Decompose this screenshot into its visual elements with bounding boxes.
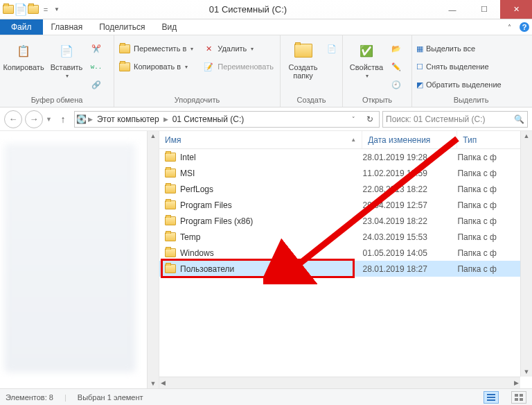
clipboard-label: Буфер обмена xyxy=(0,94,114,107)
scroll-down-icon[interactable]: ▼ xyxy=(524,368,530,375)
file-name: Пользователи xyxy=(180,264,234,274)
organize-group: Переместить в▾ Копировать в▾ ✕Удалить▾ 📝… xyxy=(114,35,281,107)
open-label: Открыть xyxy=(343,94,411,107)
qat-dropdown-icon[interactable]: ▼ xyxy=(54,6,60,12)
folder-icon xyxy=(165,200,176,209)
delete-button[interactable]: ✕Удалить▾ xyxy=(202,41,276,56)
main-tab[interactable]: Главная xyxy=(43,19,91,35)
copy-path-button[interactable]: w.. xyxy=(90,59,103,74)
address-bar[interactable]: 💽 ▶ Этот компьютер ▶ 01 Системный (C:) ˅… xyxy=(74,111,380,128)
file-row[interactable]: MSI11.02.2019 18:59Папка с ф xyxy=(159,165,532,181)
file-row[interactable]: PerfLogs22.08.2013 18:22Папка с ф xyxy=(159,181,532,197)
column-date[interactable]: Дата изменения xyxy=(362,131,457,148)
minimize-button[interactable]: — xyxy=(436,0,468,19)
share-tab[interactable]: Поделиться xyxy=(91,19,153,35)
list-scrollbar-v[interactable]: ▲▼ xyxy=(520,131,532,377)
collapse-ribbon-icon[interactable]: ˄ xyxy=(502,19,517,35)
file-row[interactable]: Пользователи28.01.2019 18:27Папка с ф xyxy=(159,261,532,277)
scroll-left-icon[interactable]: ◀ xyxy=(161,379,166,386)
status-selected: Выбран 1 элемент xyxy=(78,393,143,402)
chevron-right-icon[interactable]: ▶ xyxy=(88,116,93,123)
search-input[interactable]: Поиск: 01 Системный (C:) 🔍 xyxy=(382,111,528,128)
file-date: 24.03.2019 15:53 xyxy=(363,232,458,242)
chevron-right-icon[interactable]: ▶ xyxy=(163,116,168,123)
equals-icon[interactable]: = xyxy=(40,4,51,15)
new-folder-button[interactable]: Создать папку xyxy=(285,38,321,80)
props-icon[interactable] xyxy=(28,4,39,15)
scroll-right-icon[interactable]: ▶ xyxy=(514,379,519,386)
view-tab[interactable]: Вид xyxy=(153,19,185,35)
scroll-up-icon[interactable]: ▲ xyxy=(150,132,157,139)
copy-to-button[interactable]: Копировать в▾ xyxy=(118,59,198,74)
rename-button[interactable]: 📝Переименовать xyxy=(202,59,276,74)
new-item-icon[interactable]: 📄 xyxy=(326,41,338,56)
create-group: Создать папку 📄 Создать xyxy=(281,35,343,107)
template-icon[interactable]: 📄 xyxy=(15,4,26,15)
tree-scrollbar[interactable]: ▲▼ xyxy=(147,131,159,388)
file-date: 11.02.2019 18:59 xyxy=(363,169,458,178)
file-name: Program Files (x86) xyxy=(180,216,253,226)
deselect-button[interactable]: ☐Снять выделение xyxy=(416,59,502,74)
file-row[interactable]: Program Files29.04.2019 12:57Папка с ф xyxy=(159,197,532,213)
move-to-button[interactable]: Переместить в▾ xyxy=(118,41,198,56)
select-all-button[interactable]: ▦Выделить все xyxy=(416,41,502,56)
file-name: Temp xyxy=(180,232,200,242)
breadcrumb-drive[interactable]: 01 Системный (C:) xyxy=(170,114,247,124)
folder-icon xyxy=(3,4,14,15)
invert-selection-button[interactable]: ◩Обратить выделение xyxy=(416,77,502,92)
folder-icon xyxy=(165,248,176,257)
address-dropdown-icon[interactable]: ˅ xyxy=(346,116,361,123)
scroll-down-icon[interactable]: ▼ xyxy=(150,380,157,387)
list-scrollbar-h[interactable]: ◀▶ xyxy=(159,377,520,388)
file-row[interactable]: Windows01.05.2019 14:05Папка с ф xyxy=(159,245,532,261)
file-row[interactable]: Intel28.01.2019 19:28Папка с ф xyxy=(159,149,532,165)
select-label: Выделить xyxy=(412,94,530,107)
svg-rect-8 xyxy=(520,394,523,397)
forward-button[interactable]: → xyxy=(25,110,43,128)
properties-button[interactable]: ✅Свойства▾ xyxy=(347,38,386,79)
back-button[interactable]: ← xyxy=(4,110,22,128)
folder-icon xyxy=(165,169,176,178)
ribbon-tabs: Файл Главная Поделиться Вид ˄ ? xyxy=(0,19,532,35)
folder-icon xyxy=(165,153,176,162)
folder-icon xyxy=(165,184,176,193)
paste-button[interactable]: 📄Вставить▾ xyxy=(47,38,86,79)
edit-icon[interactable]: ✏️ xyxy=(390,59,402,74)
refresh-icon[interactable]: ↻ xyxy=(362,114,378,124)
quick-access-toolbar: 📄 = ▼ xyxy=(0,4,60,15)
status-count: Элементов: 8 xyxy=(6,393,53,402)
svg-text:?: ? xyxy=(522,23,527,31)
navigation-pane[interactable]: ▲▼ xyxy=(0,131,159,388)
file-name: Intel xyxy=(180,153,196,162)
breadcrumb-root[interactable]: Этот компьютер xyxy=(94,114,162,124)
search-placeholder: Поиск: 01 Системный (C:) xyxy=(386,114,486,124)
folder-icon xyxy=(165,232,176,241)
file-row[interactable]: Temp24.03.2019 15:53Папка с ф xyxy=(159,229,532,245)
file-row[interactable]: Program Files (x86)23.04.2019 18:22Папка… xyxy=(159,213,532,229)
file-name: Program Files xyxy=(180,200,232,210)
open-icon[interactable]: 📂 xyxy=(390,41,402,56)
paste-shortcut-button[interactable]: 🔗 xyxy=(90,77,103,92)
details-view-button[interactable] xyxy=(484,391,499,404)
open-group: ✅Свойства▾ 📂✏️🕘 Открыть xyxy=(343,35,412,107)
cut-button[interactable]: ✂️ xyxy=(90,41,103,56)
file-tab[interactable]: Файл xyxy=(0,19,43,35)
copy-button[interactable]: 📋Копировать xyxy=(4,38,43,71)
recent-dropdown-icon[interactable]: ▼ xyxy=(46,116,52,123)
file-name: PerfLogs xyxy=(180,184,213,194)
file-name: MSI xyxy=(180,169,195,178)
svg-rect-5 xyxy=(487,397,495,398)
history-icon[interactable]: 🕘 xyxy=(390,77,402,92)
help-icon[interactable]: ? xyxy=(517,19,532,35)
title-bar: 📄 = ▼ 01 Системный (C:) — ☐ ✕ xyxy=(0,0,532,19)
up-button[interactable]: ↑ xyxy=(55,114,71,125)
maximize-button[interactable]: ☐ xyxy=(468,0,500,19)
window-title: 01 Системный (C:) xyxy=(60,4,436,15)
scroll-up-icon[interactable]: ▲ xyxy=(524,132,530,139)
svg-rect-6 xyxy=(487,399,495,401)
column-name[interactable]: Имя▲ xyxy=(159,131,362,148)
close-button[interactable]: ✕ xyxy=(500,0,532,19)
file-date: 23.04.2019 18:22 xyxy=(363,216,458,226)
icons-view-button[interactable] xyxy=(511,391,526,404)
search-icon: 🔍 xyxy=(514,114,524,124)
